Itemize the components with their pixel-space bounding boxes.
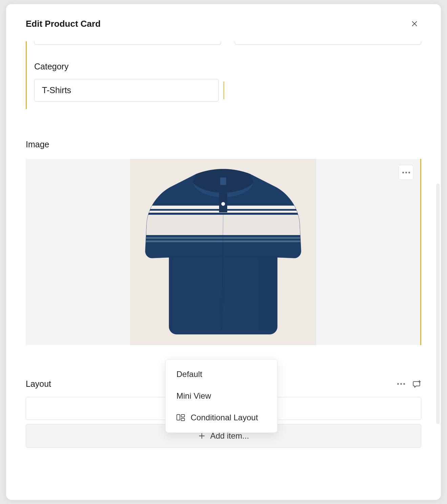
dropdown-item-mini-view[interactable]: Mini View (166, 385, 277, 407)
plus-icon (198, 432, 206, 440)
scrollbar[interactable] (436, 184, 440, 424)
product-image[interactable] (130, 159, 316, 345)
svg-rect-10 (181, 415, 185, 417)
modal-body: Category Image (6, 41, 441, 500)
more-icon (397, 383, 405, 385)
category-row (34, 79, 421, 102)
image-frame (26, 159, 421, 345)
layout-comment-button[interactable] (412, 380, 421, 388)
partial-input-left[interactable] (34, 41, 221, 45)
layout-dropdown: Default Mini View Conditional Layout (165, 359, 278, 433)
edit-product-card-modal: Edit Product Card Category Image (6, 4, 441, 500)
image-section-label: Image (26, 140, 421, 149)
close-button[interactable] (408, 17, 421, 30)
modal-header: Edit Product Card (6, 4, 441, 41)
category-divider (224, 82, 224, 99)
image-more-button[interactable] (399, 165, 413, 180)
dropdown-item-default[interactable]: Default (166, 363, 277, 385)
svg-rect-8 (220, 177, 226, 185)
close-icon (411, 20, 418, 27)
dropdown-item-label: Mini View (176, 391, 211, 401)
svg-point-7 (221, 202, 225, 206)
top-section: Category (26, 41, 421, 109)
conditional-layout-icon (176, 414, 185, 421)
svg-rect-11 (181, 418, 185, 421)
comment-plus-icon (412, 380, 421, 388)
polo-shirt-icon (142, 164, 304, 340)
dropdown-item-conditional-layout[interactable]: Conditional Layout (166, 407, 277, 428)
category-input[interactable] (34, 79, 219, 102)
modal-title: Edit Product Card (26, 19, 101, 29)
dropdown-item-label: Default (176, 370, 202, 379)
layout-actions (397, 380, 421, 388)
layout-more-button[interactable] (397, 383, 405, 385)
dropdown-item-label: Conditional Layout (191, 413, 258, 422)
partial-input-right[interactable] (235, 41, 422, 45)
layout-section-label: Layout (26, 379, 51, 389)
more-icon (402, 172, 410, 173)
svg-rect-4 (142, 237, 304, 239)
svg-rect-9 (177, 415, 180, 420)
svg-rect-5 (142, 240, 304, 242)
partial-row (34, 41, 421, 45)
category-label: Category (34, 62, 421, 71)
